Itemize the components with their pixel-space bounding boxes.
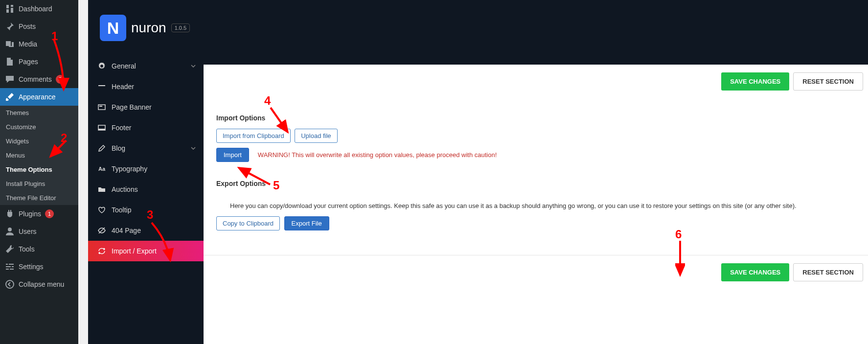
import-warning: WARNING! This will overwrite all existin…	[258, 151, 497, 159]
sidebar-label: Dashboard	[19, 5, 52, 13]
sidebar-item-comments[interactable]: Comments 3	[0, 70, 78, 88]
sidebar-item-tools[interactable]: Tools	[0, 240, 78, 258]
nav-footer[interactable]: Footer	[88, 117, 204, 138]
nav-404[interactable]: 404 Page	[88, 220, 204, 241]
sidebar-item-posts[interactable]: Posts	[0, 18, 78, 35]
nav-label: Header	[112, 83, 134, 91]
sidebar-label: Media	[19, 40, 37, 48]
refresh-icon	[98, 247, 106, 255]
sidebar-item-pages[interactable]: Pages	[0, 53, 78, 70]
import-from-clipboard-button[interactable]: Import from Clipboard	[216, 129, 291, 143]
theme-header: N nuron 1.0.5	[88, 0, 204, 56]
sidebar-label: Users	[19, 228, 37, 235]
nav-label: Tooltip	[112, 206, 131, 214]
sidebar-sub-theme-options[interactable]: Theme Options	[0, 162, 78, 177]
sidebar-label: Settings	[19, 263, 44, 271]
sidebar-item-settings[interactable]: Settings	[0, 258, 78, 275]
chevron-down-icon	[191, 64, 196, 69]
sidebar-item-plugins[interactable]: Plugins 1	[0, 205, 78, 223]
plug-icon	[5, 209, 15, 219]
svg-rect-3	[98, 105, 105, 110]
eye-off-icon	[98, 227, 106, 234]
import-button[interactable]: Import	[216, 148, 249, 162]
nav-typography[interactable]: AaTypography	[88, 159, 204, 179]
sidebar-label: Plugins	[19, 210, 41, 218]
theme-version: 1.0.5	[171, 23, 190, 32]
top-actions: SAVE CHANGES RESET SECTION	[204, 65, 868, 99]
sidebar-label: Appearance	[19, 93, 56, 101]
gear-icon	[98, 62, 106, 70]
nav-tooltip[interactable]: Tooltip	[88, 200, 204, 220]
svg-point-1	[6, 280, 14, 288]
wrench-icon	[5, 244, 15, 254]
pencil-icon	[98, 144, 106, 152]
import-options-label: Import Options	[216, 114, 855, 122]
save-button-bottom[interactable]: SAVE CHANGES	[721, 263, 789, 281]
sidebar-sub-themes[interactable]: Themes	[0, 106, 78, 120]
nav-general[interactable]: General	[88, 56, 204, 76]
save-button[interactable]: SAVE CHANGES	[721, 72, 789, 91]
sidebar-label: Comments	[19, 75, 52, 83]
nav-blog[interactable]: Blog	[88, 138, 204, 159]
heart-icon	[98, 206, 106, 214]
sidebar-label: Posts	[19, 23, 36, 30]
nav-label: 404 Page	[112, 227, 141, 234]
main-content-wrap: N nuron 1.0.5 General Header Page Banner…	[78, 0, 868, 344]
nav-label: Blog	[112, 144, 125, 152]
nav-header[interactable]: Header	[88, 76, 204, 97]
sidebar-item-media[interactable]: Media	[0, 35, 78, 53]
nav-label: Typography	[112, 165, 147, 173]
sidebar-label: Tools	[19, 245, 35, 253]
sidebar-sub-customize[interactable]: Customize	[0, 120, 78, 134]
chevron-down-icon	[191, 146, 196, 151]
sidebar-item-collapse[interactable]: Collapse menu	[0, 275, 78, 293]
dashboard-icon	[5, 4, 15, 14]
theme-logo: N	[100, 15, 126, 41]
wp-admin-sidebar: Dashboard Posts Media Pages Comments 3 A…	[0, 0, 78, 344]
svg-rect-2	[98, 85, 105, 86]
sidebar-item-dashboard[interactable]: Dashboard	[0, 0, 78, 18]
typography-icon: Aa	[98, 165, 106, 173]
svg-point-0	[8, 228, 12, 231]
nav-label: Footer	[112, 124, 131, 132]
pages-icon	[5, 57, 15, 67]
sidebar-sub-theme-file-editor[interactable]: Theme File Editor	[0, 191, 78, 205]
sidebar-item-users[interactable]: Users	[0, 223, 78, 240]
export-file-button[interactable]: Export File	[284, 216, 329, 230]
nav-label: Import / Export	[112, 247, 157, 255]
footer-icon	[98, 124, 106, 132]
collapse-icon	[5, 279, 15, 289]
nav-import-export[interactable]: Import / Export	[88, 241, 204, 261]
nav-auctions[interactable]: Auctions	[88, 179, 204, 200]
upload-file-button[interactable]: Upload file	[295, 129, 337, 143]
folder-icon	[98, 185, 106, 193]
nav-label: Page Banner	[112, 103, 152, 111]
header-icon	[98, 83, 106, 91]
nav-label: Auctions	[112, 185, 138, 193]
sliders-icon	[5, 262, 15, 272]
copy-to-clipboard-button[interactable]: Copy to Clipboard	[216, 216, 280, 230]
sidebar-sub-menus[interactable]: Menus	[0, 148, 78, 162]
svg-rect-6	[98, 129, 105, 130]
svg-rect-4	[99, 106, 102, 107]
sidebar-item-appearance[interactable]: Appearance	[0, 88, 78, 106]
sidebar-sub-widgets[interactable]: Widgets	[0, 134, 78, 148]
content-panel: SAVE CHANGES RESET SECTION Import Option…	[204, 0, 868, 344]
reset-button-bottom[interactable]: RESET SECTION	[793, 263, 863, 281]
comments-badge: 3	[56, 75, 65, 84]
bottom-actions: SAVE CHANGES RESET SECTION	[204, 255, 868, 290]
sidebar-sub-install-plugins[interactable]: Install Plugins	[0, 177, 78, 191]
user-icon	[5, 227, 15, 236]
brush-icon	[5, 92, 15, 102]
nav-page-banner[interactable]: Page Banner	[88, 97, 204, 117]
plugins-badge: 1	[45, 209, 54, 218]
reset-button[interactable]: RESET SECTION	[793, 72, 863, 91]
media-icon	[5, 39, 15, 49]
sidebar-label: Pages	[19, 58, 38, 66]
nav-label: General	[112, 62, 136, 70]
export-description: Here you can copy/download your current …	[230, 202, 855, 209]
pin-icon	[5, 22, 15, 31]
theme-name: nuron	[131, 20, 166, 36]
export-options-label: Export Options	[216, 180, 855, 187]
comment-icon	[5, 74, 15, 84]
